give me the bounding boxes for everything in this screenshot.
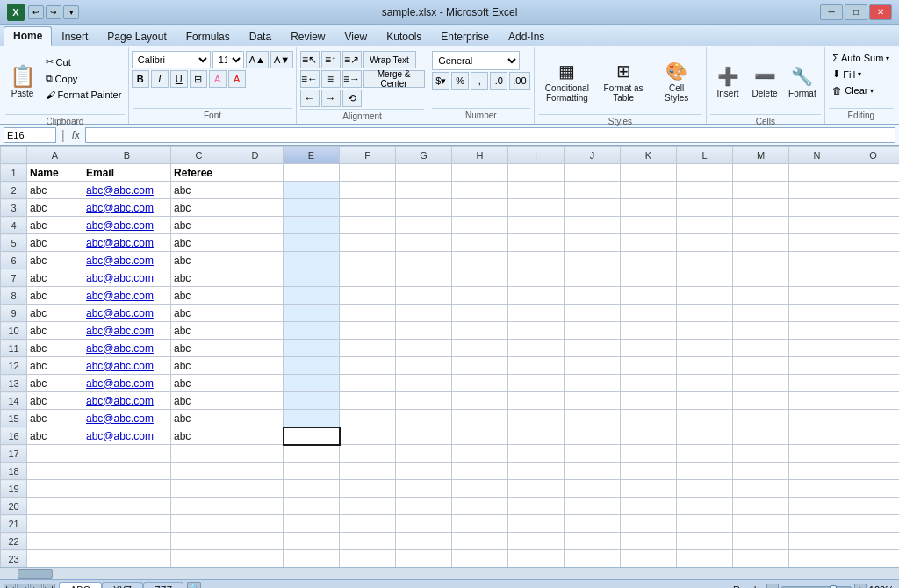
cell-O21[interactable]: [845, 515, 900, 533]
cell-J21[interactable]: [565, 515, 621, 533]
cell-L10[interactable]: [677, 322, 733, 340]
cell-K20[interactable]: [621, 498, 677, 515]
cell-I10[interactable]: [508, 322, 565, 340]
cell-B16[interactable]: abc@abc.com: [83, 427, 171, 445]
row-header-19[interactable]: 19: [1, 480, 27, 498]
cell-D15[interactable]: [227, 410, 284, 427]
row-header-14[interactable]: 14: [1, 392, 27, 410]
cell-M5[interactable]: [733, 234, 789, 252]
cell-H11[interactable]: [452, 340, 508, 357]
cell-N23[interactable]: [789, 550, 845, 568]
cell-B6[interactable]: abc@abc.com: [83, 252, 171, 269]
cell-F20[interactable]: [340, 498, 396, 515]
cell-N3[interactable]: [789, 199, 845, 217]
cell-O2[interactable]: [845, 182, 900, 199]
cell-J1[interactable]: [565, 164, 621, 182]
cell-G20[interactable]: [396, 498, 452, 515]
minimize-button[interactable]: ─: [820, 4, 843, 20]
cell-F2[interactable]: [340, 182, 396, 199]
cell-H1[interactable]: [452, 164, 508, 182]
cell-B23[interactable]: [83, 550, 171, 568]
cell-F8[interactable]: [340, 287, 396, 305]
cell-L23[interactable]: [677, 550, 733, 568]
cell-G7[interactable]: [396, 269, 452, 287]
cell-E6[interactable]: [284, 252, 340, 269]
cell-N9[interactable]: [789, 305, 845, 322]
cell-J4[interactable]: [565, 217, 621, 234]
cell-B19[interactable]: [83, 480, 171, 498]
cell-M20[interactable]: [733, 498, 789, 515]
cell-L2[interactable]: [677, 182, 733, 199]
cell-E7[interactable]: [284, 269, 340, 287]
cell-G14[interactable]: [396, 392, 452, 410]
cell-C4[interactable]: abc: [171, 217, 227, 234]
cell-C16[interactable]: abc: [171, 427, 227, 445]
font-color-button[interactable]: A: [228, 70, 246, 88]
cell-H7[interactable]: [452, 269, 508, 287]
cell-H14[interactable]: [452, 392, 508, 410]
cell-A3[interactable]: abc: [27, 199, 83, 217]
cell-G22[interactable]: [396, 533, 452, 550]
underline-button[interactable]: U: [170, 70, 188, 88]
cell-A23[interactable]: [27, 550, 83, 568]
cell-F18[interactable]: [340, 463, 396, 480]
cell-I8[interactable]: [508, 287, 565, 305]
cell-O16[interactable]: [845, 427, 900, 445]
cell-I13[interactable]: [508, 375, 565, 392]
cell-E8[interactable]: [284, 287, 340, 305]
close-button[interactable]: ✕: [869, 4, 892, 20]
cell-N4[interactable]: [789, 217, 845, 234]
cell-N1[interactable]: [789, 164, 845, 182]
cell-L18[interactable]: [677, 463, 733, 480]
format-painter-button[interactable]: 🖌 Format Painter: [42, 88, 126, 102]
cell-M7[interactable]: [733, 269, 789, 287]
cell-J18[interactable]: [565, 463, 621, 480]
cell-F17[interactable]: [340, 445, 396, 463]
cell-G12[interactable]: [396, 357, 452, 375]
cell-C6[interactable]: abc: [171, 252, 227, 269]
cell-C22[interactable]: [171, 533, 227, 550]
cell-C18[interactable]: [171, 463, 227, 480]
align-top-center-button[interactable]: ≡↑: [321, 51, 341, 68]
col-header-d[interactable]: D: [227, 147, 284, 164]
cell-B13[interactable]: abc@abc.com: [83, 375, 171, 392]
sheet-tab-xyz[interactable]: XYZ: [102, 582, 143, 589]
cell-M16[interactable]: [733, 427, 789, 445]
quick-access-toolbar[interactable]: ↩ ↪ ▾: [28, 5, 79, 19]
cell-B14[interactable]: abc@abc.com: [83, 392, 171, 410]
cell-M12[interactable]: [733, 357, 789, 375]
decrease-decimal-button[interactable]: .0: [490, 72, 507, 90]
cell-B2[interactable]: abc@abc.com: [83, 182, 171, 199]
undo-button[interactable]: ↩: [28, 5, 44, 19]
cell-C23[interactable]: [171, 550, 227, 568]
row-header-12[interactable]: 12: [1, 357, 27, 375]
maximize-button[interactable]: □: [845, 4, 867, 20]
cell-A8[interactable]: abc: [27, 287, 83, 305]
cell-I4[interactable]: [508, 217, 565, 234]
cell-O17[interactable]: [845, 445, 900, 463]
cell-E14[interactable]: [284, 392, 340, 410]
bold-button[interactable]: B: [132, 70, 149, 88]
cell-F14[interactable]: [340, 392, 396, 410]
format-as-table-button[interactable]: ⊞ Format as Table: [598, 51, 649, 112]
cell-E16[interactable]: [284, 427, 340, 445]
cell-I17[interactable]: [508, 445, 565, 463]
cell-G21[interactable]: [396, 515, 452, 533]
col-header-f[interactable]: F: [340, 147, 396, 164]
cell-F16[interactable]: [340, 427, 396, 445]
row-header-22[interactable]: 22: [1, 533, 27, 550]
align-top-left-button[interactable]: ≡↖: [300, 51, 320, 68]
cell-E23[interactable]: [284, 550, 340, 568]
align-right-button[interactable]: ≡→: [342, 70, 362, 88]
cell-K22[interactable]: [621, 533, 677, 550]
cell-J10[interactable]: [565, 322, 621, 340]
cell-L21[interactable]: [677, 515, 733, 533]
cell-M10[interactable]: [733, 322, 789, 340]
cell-N12[interactable]: [789, 357, 845, 375]
cell-E13[interactable]: [284, 375, 340, 392]
tab-formulas[interactable]: Formulas: [176, 26, 240, 46]
tab-add-ins[interactable]: Add-Ins: [499, 26, 554, 46]
cell-I15[interactable]: [508, 410, 565, 427]
tab-data[interactable]: Data: [240, 26, 281, 46]
cell-M18[interactable]: [733, 463, 789, 480]
